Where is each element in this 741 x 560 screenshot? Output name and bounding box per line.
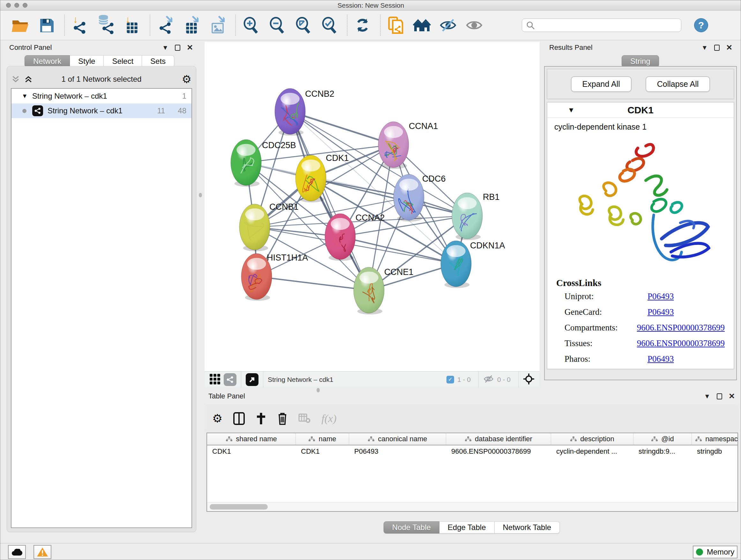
show-columns-icon[interactable] [233,412,245,425]
show-all-icon[interactable] [465,16,483,35]
export-image-icon[interactable]: ➔ [208,16,227,35]
network-node-cdc25b[interactable]: CDC25B [231,139,296,187]
search-input[interactable] [522,18,681,32]
horizontal-scrollbar[interactable] [207,502,738,511]
help-icon[interactable]: ? [694,18,708,32]
column-header-description[interactable]: description [551,433,633,445]
tab-node-table[interactable]: Node Table [384,521,440,534]
toolbar-separator [263,372,263,388]
birdseye-icon[interactable] [523,373,535,386]
tab-string[interactable]: String [622,55,659,67]
detach-view-icon[interactable] [246,373,259,386]
copy-network-icon[interactable] [387,16,405,35]
home-icon[interactable] [413,16,431,35]
crosslink-link[interactable]: 9606.ENSP00000378699 [637,323,725,333]
import-network-icon[interactable]: ↓ [71,16,89,35]
panel-menu-icon[interactable]: ▼ [701,44,708,51]
warning-button[interactable] [33,545,51,559]
crosslink-link[interactable]: 9606.ENSP00000378699 [637,338,725,348]
table-row[interactable]: CDK1CDK1P064939606.ENSP00000378699cyclin… [207,445,738,457]
export-table-icon[interactable]: ➔ [182,16,201,35]
crosslink-link[interactable]: P06493 [648,292,674,301]
tab-edge-table[interactable]: Edge Table [440,521,495,534]
scrollbar-thumb[interactable] [210,504,268,509]
hide-selected-icon[interactable] [439,16,457,35]
create-column-icon[interactable] [256,412,266,425]
column-header--id[interactable]: @id [633,433,692,445]
table-cell[interactable]: CDK1 [207,445,296,457]
selected-checkbox-icon[interactable]: ✓ [447,376,454,383]
delete-column-icon[interactable] [277,412,287,425]
panel-float-icon[interactable] [717,393,722,399]
import-table-icon[interactable]: ↓ [123,16,141,35]
tab-sets[interactable]: Sets [142,55,174,67]
table-cell[interactable]: CDK1 [296,445,349,457]
refresh-icon[interactable] [353,16,372,35]
cloud-button[interactable] [8,545,26,559]
tab-network[interactable]: Network [24,55,70,67]
panel-close-icon[interactable]: ✕ [729,392,735,401]
memory-button[interactable]: Memory [693,546,738,558]
table-cell[interactable]: cyclin-dependent ... [551,445,633,457]
export-network-icon[interactable]: ➔ [156,16,175,35]
collapse-section-icon[interactable]: ▼ [568,106,575,114]
zoom-selected-icon[interactable] [320,16,339,35]
column-header-namespace[interactable]: namespace [692,433,738,445]
crosslink-link[interactable]: P06493 [648,307,674,317]
panel-menu-icon[interactable]: ▼ [162,44,169,51]
zoom-out-icon[interactable] [268,16,286,35]
network-collection-row[interactable]: ▼ String Network – cdk1 1 [11,89,192,104]
column-header-name[interactable]: name [296,433,349,445]
panel-float-icon[interactable] [714,45,720,51]
tab-style[interactable]: Style [70,55,104,67]
network-share-view-icon[interactable] [224,373,237,386]
tab-select[interactable]: Select [104,55,142,67]
import-network-from-database-icon[interactable] [97,16,115,35]
network-graph[interactable]: CCNB2CCNA1CDC25BCDK1CDC6RB1CCNB1CCNA2CDK… [205,42,540,371]
table-panel-title: Table Panel [208,392,245,400]
column-header-canonical-name[interactable]: canonical name [349,433,446,445]
save-session-icon[interactable] [37,16,56,35]
network-node-ccna2[interactable]: CCNA2 [325,213,385,261]
table-cell[interactable]: P06493 [349,445,446,457]
protein-card-header[interactable]: ▼ CDK1 [547,103,734,118]
network-node-ccne1[interactable]: CCNE1 [354,267,414,314]
network-node-ccna1[interactable]: CCNA1 [378,121,438,169]
network-row[interactable]: String Network – cdk1 11 48 [11,104,192,118]
panel-close-icon[interactable]: ✕ [187,43,193,52]
network-edge[interactable] [340,237,456,264]
table-cell[interactable]: 9606.ENSP00000378699 [446,445,551,457]
network-edge[interactable] [290,111,394,145]
table-options-gear-icon[interactable]: ⚙ [212,412,222,425]
column-header-shared-name[interactable]: shared name [207,433,296,445]
network-node-ccnb2[interactable]: CCNB2 [275,88,334,136]
network-node-cdkn1a[interactable]: CDKN1A [441,241,505,288]
tree-expander-icon[interactable]: ▼ [22,92,28,100]
panel-close-icon[interactable]: ✕ [726,43,732,52]
network-edge[interactable] [257,276,369,290]
network-edge[interactable] [311,178,467,216]
splitter-handle[interactable] [199,193,202,197]
zoom-in-icon[interactable] [242,16,260,35]
network-node-rb1[interactable]: RB1 [452,192,500,240]
zoom-fit-icon[interactable] [294,16,313,35]
collapse-all-button[interactable]: Collapse All [646,76,711,92]
grid-view-icon[interactable] [209,373,220,386]
control-panel-titlebar: Control Panel ▼ ✕ [3,42,199,53]
results-panel-title: Results Panel [549,44,593,52]
panel-menu-icon[interactable]: ▼ [704,393,711,400]
network-node-hist1h1a[interactable]: HIST1H1A [241,253,308,301]
network-options-gear-icon[interactable]: ⚙ [182,73,192,85]
open-session-icon[interactable] [11,16,30,35]
network-canvas[interactable]: CCNB2CCNA1CDC25BCDK1CDC6RB1CCNB1CCNA2CDK… [205,42,540,371]
network-node-cdc6[interactable]: CDC6 [394,174,446,222]
table-cell[interactable]: stringdb [692,445,738,457]
crosslink-link[interactable]: P06493 [648,354,674,364]
column-header-database-identifier[interactable]: database identifier [446,433,551,445]
tab-network-table[interactable]: Network Table [495,521,560,534]
panel-float-icon[interactable] [175,45,180,51]
expand-all-button[interactable]: Expand All [571,76,631,92]
table-cell[interactable]: stringdb:9... [633,445,692,457]
network-node-ccnb1[interactable]: CCNB1 [239,202,299,251]
node-table[interactable]: shared namenamecanonical namedatabase id… [206,433,738,512]
